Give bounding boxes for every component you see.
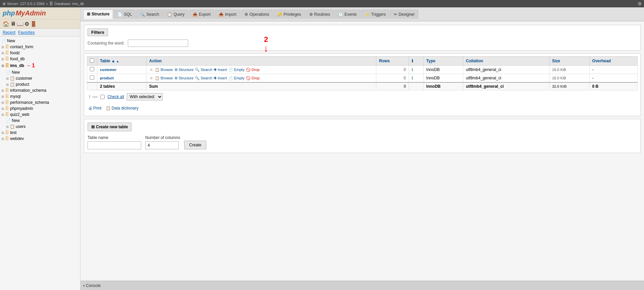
tab-events[interactable]: 🕐Events [334,10,361,19]
tab-structure[interactable]: ⊞Structure [83,9,113,19]
drop-link-0[interactable]: 🚫 Drop [246,68,260,72]
table-name-link-1[interactable]: product [100,76,144,80]
check-all-label[interactable]: Check all [107,94,124,99]
table-name-label: Table name [88,135,141,140]
privileges-tab-label: Privileges [283,12,301,17]
sidebar-item-phpmyadmin[interactable]: ⊞🗄phpmyadmin [0,105,80,112]
sidebar-item-customer[interactable]: ⊞📋customer [0,75,80,81]
sidebar-item-new-top[interactable]: 📄New [0,38,80,44]
sidebar-item-mysql[interactable]: ⊞🗄mysql [0,93,80,99]
designer-tab-icon: ✏ [394,12,397,17]
info-icon-0[interactable]: ℹ [412,67,413,72]
sidebar-item-foodz[interactable]: ⊞🗄foodz [0,50,80,56]
topbar: 🖥 Server: 127.0.0.1:3366 » 🗄 Database: i… [0,0,644,7]
tables-section: 2 ↓ Table ▲ Action Rows ℹ Type Collation [84,53,641,116]
tab-query[interactable]: 📋Query [163,10,188,19]
sum-collation: utf8mb4_general_ci [463,82,549,90]
operations-tab-icon: ⚙ [245,12,248,17]
gear-icon[interactable]: ⚙ [638,1,642,6]
info-icon-1[interactable]: ℹ [412,76,413,80]
drop-link-1[interactable]: 🚫 Drop [246,76,260,80]
filter-input[interactable] [128,40,188,47]
db-expand: ⊞ [1,64,4,68]
console-button[interactable]: ▪ Console [83,283,101,288]
empty-link-0[interactable]: 📄 Empty [228,68,245,72]
create-table-icon: ⊞ [91,125,95,129]
select-all-checkbox[interactable] [90,58,94,63]
sidebar-item-product[interactable]: ⊞📋product [0,81,80,87]
home-icon[interactable]: 🏠 [3,21,9,27]
with-selected-dropdown[interactable]: With selected:BrowseDropEmptyCheck table… [127,93,163,100]
row-checkbox-0[interactable] [90,67,94,71]
tab-operations[interactable]: ⚙Operations [241,10,273,19]
favorites-tab[interactable]: Favorites [18,30,35,35]
star-icon-0[interactable]: ★ [149,67,154,72]
table-name-input[interactable] [88,141,141,149]
search-link-1[interactable]: 🔍 Search [195,76,212,80]
sidebar-item-food_db[interactable]: ⊞🗄food_db [0,56,80,62]
pma-logo: php MyAdmin [0,7,80,19]
th-rows[interactable]: Rows [376,57,409,66]
import-tab-icon: 📥 [219,12,224,17]
tree-label: phpmyadmin [10,106,33,111]
docs-icon[interactable]: 📖 [17,21,23,27]
sidebar-item-contact_form[interactable]: ⊞🗄contact_form [0,44,80,50]
structure-link-1[interactable]: ⚙ Structure [174,76,194,80]
structure-link-0[interactable]: ⚙ Structure [174,68,194,72]
sidebar-item-webdev[interactable]: ⊞🗄webdev [0,136,80,142]
recent-tab[interactable]: Recent [3,30,15,35]
expand-icon: ⊞ [6,125,9,129]
insert-link-0[interactable]: ✚ Insert [214,68,227,72]
sql-tab-icon: 📄 [117,12,122,17]
row-checkbox-1[interactable] [90,75,94,80]
sidebar-item-quiz2_web[interactable]: ⊞🗄quiz2_web [0,112,80,118]
data-dictionary-link[interactable]: 📋 Data dictionary [106,106,139,111]
tab-import[interactable]: 📥Import [215,10,240,19]
print-link[interactable]: 🖨 Print [88,106,102,111]
sidebar-item-performance_schema[interactable]: ⊞🗄performance_schema [0,99,80,105]
columns-input[interactable] [145,141,179,149]
new-icon: 📄 [6,119,11,123]
tab-export[interactable]: 📤Export [189,10,214,19]
exit-icon[interactable]: 🚪 [30,21,37,27]
empty-link-1[interactable]: 📄 Empty [228,76,245,80]
check-all-checkbox[interactable] [100,95,105,99]
server-icon[interactable]: 🖥 [10,21,16,27]
sidebar-item-test[interactable]: ⊞🗄test [0,130,80,136]
th-rows-info[interactable]: ℹ [409,57,424,66]
browse-link-1[interactable]: 📋 Browse [155,76,173,80]
create-table-go-button[interactable]: Create [184,141,206,149]
db-icon: 🗄 [5,136,9,141]
search-link-0[interactable]: 🔍 Search [195,68,212,72]
sidebar-item-ims_db[interactable]: ⊞🗄ims_db←1 [0,62,80,69]
sidebar-item-ims_db_new[interactable]: 📄New [0,69,80,75]
routines-tab-icon: ⚙ [309,12,313,17]
tab-sql[interactable]: 📄SQL [114,10,136,19]
th-table[interactable]: Table ▲ [97,57,147,66]
triggers-tab-icon: ⚡ [365,12,370,17]
tab-routines[interactable]: ⚙Routines [306,10,334,19]
tab-triggers[interactable]: ⚡Triggers [361,10,390,19]
sidebar-item-users[interactable]: ⊞📋users [0,124,80,130]
table-name-field: Table name [88,135,141,149]
db-expand: ⊞ [1,95,4,98]
tab-privileges[interactable]: 🔑Privileges [273,10,305,19]
sidebar-tree: 📄New⊞🗄contact_form⊞🗄foodz⊞🗄food_db⊞🗄ims_… [0,37,80,290]
settings-icon[interactable]: ⚙ [24,21,29,27]
server-icon: 🖥 [2,2,6,6]
structure-tab-label: Structure [92,12,109,16]
create-table-section: ⊞ Create new table Table name Number of … [84,119,641,153]
browse-link-0[interactable]: 📋 Browse [155,68,173,72]
db-expand: ⊞ [1,107,4,111]
sidebar-item-information_schema[interactable]: ⊞🗄information_schema [0,87,80,93]
events-tab-label: Events [344,12,357,17]
tab-designer[interactable]: ✏Designer [390,10,418,19]
up-arrow-icon: ↑ — [88,94,98,100]
insert-link-1[interactable]: ✚ Insert [214,76,227,80]
table-name-link-0[interactable]: customer [100,68,144,72]
tree-label: New [12,118,20,123]
create-new-table-button[interactable]: ⊞ Create new table [88,123,131,131]
star-icon-1[interactable]: ★ [149,75,154,81]
tab-search[interactable]: 🔍Search [136,10,163,19]
sidebar-item-quiz2_web_new[interactable]: 📄New [0,118,80,124]
